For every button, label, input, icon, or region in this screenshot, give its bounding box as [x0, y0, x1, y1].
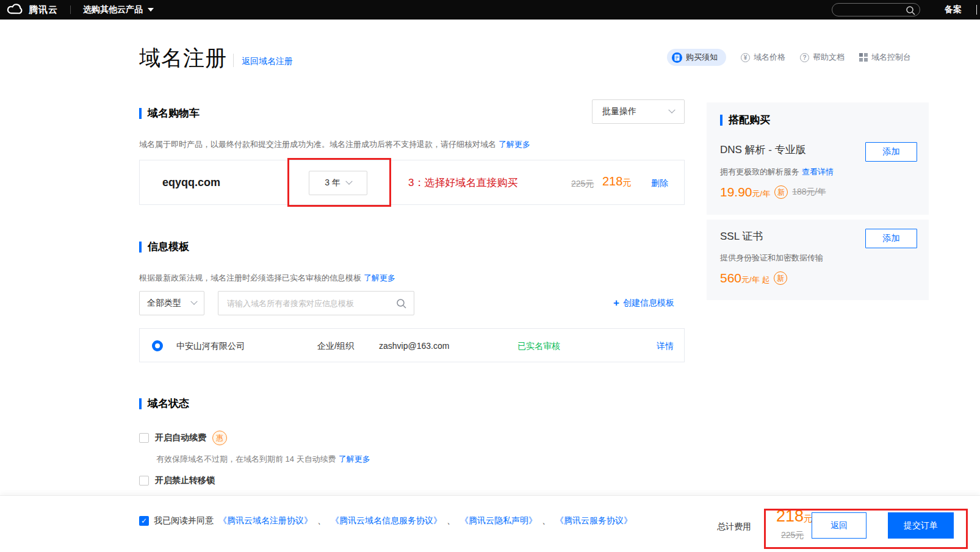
ssl-product-name: SSL 证书: [720, 229, 763, 243]
transfer-lock-row: 开启禁止转移锁: [139, 475, 215, 486]
search-icon[interactable]: [396, 298, 406, 309]
template-search-input[interactable]: [218, 292, 414, 315]
new-badge: 新: [774, 271, 787, 285]
template-detail-link[interactable]: 详情: [657, 341, 674, 352]
document-icon: [672, 52, 682, 63]
back-to-registration-link[interactable]: 返回域名注册: [242, 56, 293, 67]
section-accent-bar: [139, 242, 142, 253]
title-divider: [233, 54, 234, 67]
cloud-logo-icon: [6, 2, 24, 18]
template-verify-status: 已实名审核: [517, 341, 560, 352]
dns-price-row: 19.90元/年 新 188元/年: [720, 185, 826, 199]
cart-notice-text: 域名属于即时产品，以最终付款和提交注册成功为准。域名注册成功后将不支持退款，请仔…: [139, 140, 496, 149]
status-section-title: 域名状态: [148, 396, 189, 410]
delete-item-link[interactable]: 删除: [651, 178, 668, 189]
purchase-notice-label: 购买须知: [686, 52, 718, 63]
transfer-lock-checkbox[interactable]: [139, 476, 149, 486]
ssl-add-button[interactable]: 添加: [865, 229, 917, 248]
create-template-link[interactable]: + 创建信息模板: [613, 298, 674, 309]
domain-price-label: 域名价格: [754, 52, 785, 63]
topbar: 腾讯云 选购其他云产品 备案: [0, 0, 980, 20]
topbar-edge-divider: [976, 5, 977, 15]
template-owner-type: 企业/组织: [317, 341, 354, 352]
agreement-separator: 、: [542, 515, 550, 526]
purchase-notice-button[interactable]: 购买须知: [667, 49, 726, 66]
section-accent-bar: [139, 108, 142, 119]
template-type-value: 全部类型: [147, 298, 181, 309]
beian-link[interactable]: 备案: [945, 4, 962, 15]
cart-learn-more-link[interactable]: 了解更多: [499, 140, 530, 149]
agreement-link-privacy[interactable]: 《腾讯云隐私声明》: [460, 515, 537, 526]
agreement-checkbox-checked[interactable]: ✓: [139, 516, 149, 526]
dns-original-price: 188元/年: [792, 187, 826, 198]
years-value: 3 年: [325, 177, 340, 188]
auto-renew-checkbox[interactable]: [139, 433, 149, 443]
domain-name: eqyqq.com: [162, 176, 220, 189]
dns-detail-link[interactable]: 查看详情: [802, 167, 834, 176]
cart-notice: 域名属于即时产品，以最终付款和提交注册成功为准。域名注册成功后将不支持退款，请仔…: [139, 139, 530, 150]
agreement-separator: 、: [447, 515, 455, 526]
item-original-price: 225元: [571, 179, 594, 190]
agreement-link-info-service[interactable]: 《腾讯云域名信息服务协议》: [331, 515, 442, 526]
dns-product-name: DNS 解析 - 专业版: [720, 143, 806, 157]
help-docs-label: 帮助文档: [813, 52, 845, 63]
other-products-label: 选购其他云产品: [83, 4, 143, 15]
agreement-separator: 、: [317, 515, 326, 526]
dns-desc: 拥有更极致的解析服务查看详情: [720, 167, 834, 177]
discount-badge: 惠: [212, 431, 227, 445]
item-price: 218元: [602, 174, 631, 188]
other-products-menu[interactable]: 选购其他云产品: [83, 4, 154, 15]
auto-renew-learn-more-link[interactable]: 了解更多: [339, 454, 370, 464]
registration-years-select[interactable]: 3 年: [309, 171, 367, 195]
back-button[interactable]: 返回: [812, 512, 867, 539]
bundle-card-ssl: SSL 证书 添加 提供身份验证和加密数据传输 560元/年 起 新: [707, 220, 929, 300]
agreement-link-registration[interactable]: 《腾讯云域名注册协议》: [218, 515, 312, 526]
help-docs-link[interactable]: ? 帮助文档: [800, 52, 845, 63]
template-section-title: 信息模板: [148, 240, 189, 254]
dns-add-button[interactable]: 添加: [865, 142, 917, 162]
auto-renew-desc-text: 有效保障域名不过期，在域名到期前 14 天自动续费: [156, 454, 336, 464]
template-radio-selected[interactable]: [152, 340, 163, 351]
domain-console-label: 域名控制台: [871, 52, 911, 63]
item-price-value: 218: [602, 174, 622, 188]
agreement-link-service[interactable]: 《腾讯云服务协议》: [555, 515, 632, 526]
template-owner-name: 中安山河有限公司: [176, 341, 245, 352]
transfer-lock-label: 开启禁止转移锁: [155, 475, 215, 486]
template-type-filter[interactable]: 全部类型: [139, 291, 204, 315]
domain-console-link[interactable]: 域名控制台: [859, 52, 911, 63]
caret-down-icon: [148, 8, 154, 12]
template-owner-email: zashvip@163.com: [379, 341, 449, 351]
section-accent-bar: [720, 115, 722, 126]
dns-price-value: 19.90: [720, 185, 752, 199]
auto-renew-label: 开启自动续费: [155, 432, 206, 443]
ssl-desc: 提供身份验证和加密数据传输: [720, 253, 823, 263]
ssl-price: 560元/年 起: [720, 271, 769, 285]
template-row: 中安山河有限公司 企业/组织 zashvip@163.com 已实名审核 详情: [139, 328, 685, 362]
tencent-cloud-logo[interactable]: 腾讯云: [6, 2, 58, 18]
auto-renew-row: 开启自动续费 惠: [139, 431, 227, 445]
header-quick-links: 购买须知 ¥ 域名价格 ? 帮助文档 域名控制台: [667, 49, 911, 66]
topbar-search-input[interactable]: [832, 3, 920, 16]
submit-order-button[interactable]: 提交订单: [888, 512, 954, 539]
total-cost-label: 总计费用: [717, 522, 751, 532]
batch-operation-dropdown[interactable]: 批量操作: [592, 99, 685, 124]
cart-item-row: eqyqq.com 3 年 3：选择好域名直接购买 225元 218元 删除: [139, 160, 685, 205]
create-template-label: 创建信息模板: [623, 298, 674, 309]
bundle-section-header: 搭配购买: [720, 113, 770, 127]
agreement-text: 我已阅读并同意: [154, 515, 214, 526]
total-price-value: 218: [776, 507, 804, 525]
dns-price: 19.90元/年: [720, 185, 770, 199]
template-learn-more-link[interactable]: 了解更多: [364, 273, 395, 282]
cart-section-header: 域名购物车: [139, 106, 200, 120]
domain-registration-page: 腾讯云 选购其他云产品 备案 域名注册 返回域名注册 购买须知 ¥ 域名价格 ?…: [0, 0, 980, 552]
section-accent-bar: [139, 398, 142, 409]
cart-section-title: 域名购物车: [148, 106, 200, 120]
template-search-box: [218, 291, 414, 315]
status-section-header: 域名状态: [139, 396, 189, 410]
page-title: 域名注册: [139, 44, 227, 73]
template-notice: 根据最新政策法规，域名注册时必须选择已实名审核的信息模板了解更多: [139, 273, 395, 284]
checkout-footer: ✓ 我已阅读并同意 《腾讯云域名注册协议》 、 《腾讯云域名信息服务协议》 、 …: [0, 495, 980, 552]
grid-icon: [859, 53, 868, 62]
domain-price-link[interactable]: ¥ 域名价格: [741, 52, 785, 63]
annotation-text: 3：选择好域名直接购买: [408, 176, 517, 190]
